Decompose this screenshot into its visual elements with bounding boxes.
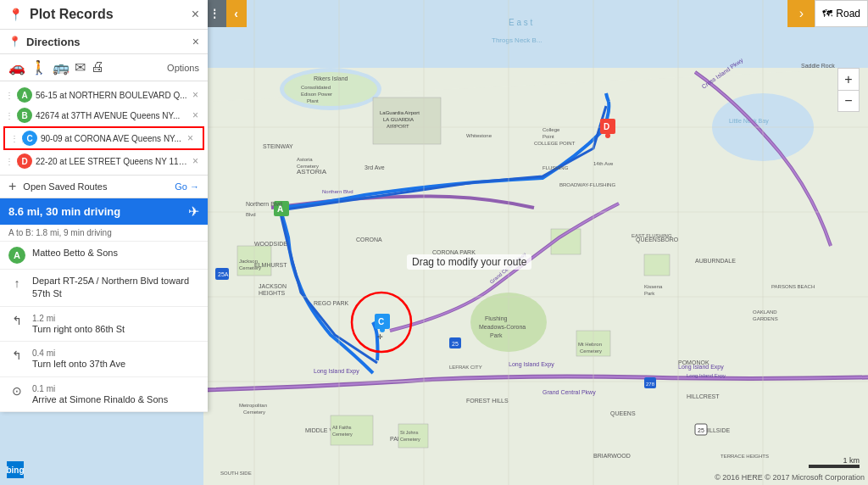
svg-text:Point: Point <box>542 134 554 139</box>
send-button[interactable]: ✈ <box>188 203 199 220</box>
svg-text:WOODSIDE: WOODSIDE <box>254 241 287 247</box>
svg-text:Cemetery: Cemetery <box>400 437 420 442</box>
svg-text:COLLEGE POINT: COLLEGE POINT <box>534 141 576 146</box>
svg-text:ASTORIA: ASTORIA <box>297 168 327 176</box>
waypoint-input-b[interactable] <box>36 111 189 120</box>
svg-rect-25 <box>203 0 868 68</box>
delete-a[interactable]: × <box>192 89 203 101</box>
svg-text:Mt Hebron: Mt Hebron <box>578 342 602 347</box>
plot-records-title: Plot Records <box>30 7 192 22</box>
svg-text:25: 25 <box>452 341 459 347</box>
add-waypoint-button[interactable]: + <box>8 179 16 194</box>
road-icon: 🗺 <box>822 8 832 20</box>
dist-arrive: 0.1 mi <box>32 384 168 393</box>
waypoint-input-a[interactable] <box>36 91 189 100</box>
svg-text:FLUSHING: FLUSHING <box>542 165 569 170</box>
waypoint-row-c: ⋮⋮ C × <box>3 126 204 150</box>
road-text: Road <box>836 8 860 20</box>
svg-text:Flushing: Flushing <box>485 315 508 322</box>
directions-list[interactable]: A to B: 1.8 mi, 9 min driving A Matteo B… <box>0 225 208 412</box>
walk-icon[interactable]: 🚶 <box>31 59 47 75</box>
svg-text:FOREST HILLS: FOREST HILLS <box>466 398 509 404</box>
direction-step-left: ↰ 0.4 mi Turn left onto 37th Ave <box>0 342 208 376</box>
direction-step-arrive: ⊙ 0.1 mi Arrive at Simone Rinaldo & Sons <box>0 377 208 412</box>
waypoint-row-b: ⋮⋮ B × <box>0 105 208 125</box>
waypoint-row-a: ⋮⋮ A × <box>0 85 208 105</box>
svg-text:Park: Park <box>490 332 503 338</box>
directions-title: Directions <box>26 36 192 48</box>
collapse-button[interactable]: ‹ <box>226 0 247 27</box>
svg-text:College: College <box>542 127 560 132</box>
waypoint-input-c[interactable] <box>41 134 184 143</box>
copyright: © 2016 HERE © 2017 Microsoft Corporation <box>715 473 865 482</box>
arrive-icon: ⊙ <box>8 382 25 399</box>
svg-text:Metropolitan: Metropolitan <box>239 403 267 408</box>
marker-b: B <box>17 108 32 123</box>
svg-text:C: C <box>378 317 384 326</box>
delete-b[interactable]: × <box>192 109 203 121</box>
road-label-btn[interactable]: 🗺 Road <box>815 0 868 27</box>
delete-c[interactable]: × <box>187 132 198 144</box>
svg-text:Meadows-Corona: Meadows-Corona <box>479 324 526 330</box>
scale-line <box>809 465 860 468</box>
drag-handle-c[interactable]: ⋮⋮ <box>10 134 19 143</box>
turn-left-icon: ↰ <box>8 347 25 364</box>
drag-handle-a[interactable]: ⋮⋮ <box>5 91 14 100</box>
svg-text:Northern Blvd: Northern Blvd <box>246 201 282 207</box>
waypoint-row-d: ⋮⋮ D × <box>0 151 208 171</box>
road-button-group: › 🗺 Road <box>787 0 868 27</box>
svg-text:EAST FLUSHING: EAST FLUSHING <box>632 233 672 238</box>
svg-text:Long Island Expy: Long Island Expy <box>687 373 726 378</box>
svg-text:Rikers Island: Rikers Island <box>314 75 348 81</box>
svg-text:BROADWAY-FLUSHING: BROADWAY-FLUSHING <box>559 182 615 187</box>
zoom-out-button[interactable]: − <box>837 90 860 112</box>
dist-left: 0.4 mi <box>32 348 125 358</box>
svg-text:BRIARWOOD: BRIARWOOD <box>593 453 631 459</box>
svg-text:14th Ave: 14th Ave <box>593 161 614 166</box>
drag-handle-d[interactable]: ⋮⋮ <box>5 157 14 166</box>
road-arrow[interactable]: › <box>787 0 815 27</box>
svg-text:QUEENS: QUEENS <box>610 410 636 417</box>
svg-rect-21 <box>644 254 670 276</box>
drag-handle-b[interactable]: ⋮⋮ <box>5 111 14 120</box>
svg-text:Astoria: Astoria <box>297 157 313 162</box>
svg-text:Throgs Neck B...: Throgs Neck B... <box>492 36 542 44</box>
svg-text:Cemetery: Cemetery <box>332 432 353 437</box>
print-icon[interactable]: 🖨 <box>91 59 104 75</box>
bus-icon[interactable]: 🚌 <box>53 59 70 75</box>
segment-header: A to B: 1.8 mi, 9 min driving <box>0 225 208 242</box>
delete-d[interactable]: × <box>192 155 203 167</box>
svg-text:CORONA: CORONA <box>356 237 382 242</box>
svg-text:JACKSON: JACKSON <box>259 283 287 289</box>
go-button[interactable]: Go → <box>175 181 199 192</box>
car-icon[interactable]: 🚗 <box>8 59 25 75</box>
plot-records-close[interactable]: × <box>192 7 199 22</box>
waypoint-input-d[interactable] <box>36 157 189 166</box>
svg-text:LaGuardia Airport: LaGuardia Airport <box>380 110 420 115</box>
svg-point-85 <box>380 327 385 332</box>
directions-header: 📍 Directions × <box>0 30 208 54</box>
step-marker-a: A <box>8 247 25 264</box>
distance-banner: 8.6 mi, 30 min driving ✈ <box>0 198 208 225</box>
svg-text:AIRPORT: AIRPORT <box>387 124 409 129</box>
turn-right-text: Turn right onto 86th St <box>32 323 125 336</box>
direction-step-right: ↱ 1.2 mi Turn right onto 86th St <box>0 307 208 342</box>
directions-close[interactable]: × <box>192 35 199 48</box>
svg-text:3rd Ave: 3rd Ave <box>364 164 385 170</box>
svg-text:25A: 25A <box>218 271 229 277</box>
svg-rect-107 <box>331 415 373 445</box>
collapse-label: ‹ <box>234 7 238 20</box>
svg-text:STEINWAY: STEINWAY <box>263 143 293 149</box>
svg-text:Cemetery: Cemetery <box>297 164 319 169</box>
sidebar: 📍 Plot Records × 📍 Directions × 🚗 🚶 🚌 ✉ … <box>0 0 208 412</box>
open-saved-label: Open Saved Routes <box>23 181 107 192</box>
email-icon[interactable]: ✉ <box>75 59 86 75</box>
svg-text:POMONOK: POMONOK <box>678 360 709 365</box>
zoom-in-button[interactable]: + <box>837 68 860 90</box>
marker-a: A <box>17 87 32 103</box>
transport-icons: 🚗 🚶 🚌 ✉ 🖨 <box>8 59 104 75</box>
svg-text:Saddle Rock: Saddle Rock <box>801 63 835 69</box>
svg-text:278: 278 <box>646 382 655 387</box>
svg-text:ELMHURST: ELMHURST <box>254 262 287 268</box>
direction-step-depart: ↑ Depart RT-25A / Northern Blvd toward 5… <box>0 270 208 307</box>
